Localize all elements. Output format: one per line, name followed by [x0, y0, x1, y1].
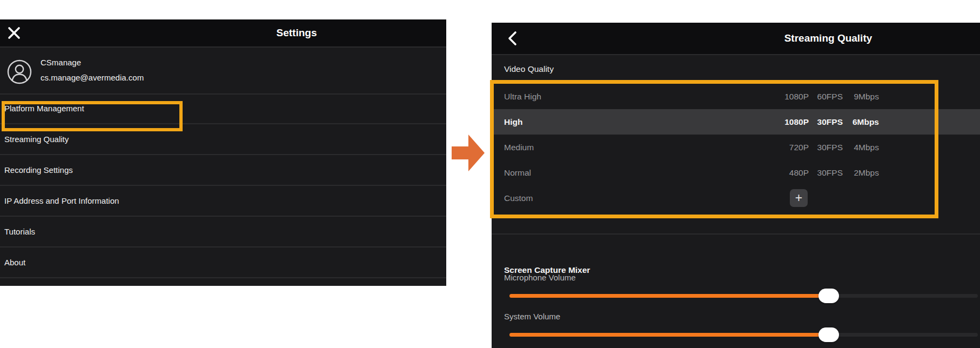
back-chevron-icon[interactable]	[507, 31, 519, 46]
quality-values: 720P 30FPS 4Mbps	[775, 135, 879, 160]
sidebar-item-streaming-quality[interactable]: Streaming Quality	[0, 124, 446, 155]
slider-thumb[interactable]	[818, 327, 839, 342]
microphone-volume-label: Microphone Volume	[504, 273, 576, 282]
sidebar-item-recording-settings[interactable]: Recording Settings	[0, 155, 446, 186]
quality-option-custom[interactable]: Custom +	[494, 185, 935, 211]
system-volume-slider[interactable]	[509, 333, 978, 337]
menu-item-label: Streaming Quality	[4, 135, 69, 144]
menu-item-label: Platform Management	[4, 104, 84, 113]
quality-values: 480P 30FPS 2Mbps	[775, 160, 879, 185]
streaming-quality-panel: Streaming Quality Video Quality Ultra Hi…	[492, 23, 980, 348]
quality-option-normal[interactable]: Normal 480P 30FPS 2Mbps	[494, 160, 935, 185]
slider-fill	[509, 294, 829, 298]
account-email: cs.manage@avermedia.com	[41, 73, 144, 82]
close-icon[interactable]	[6, 25, 22, 41]
add-custom-quality-button[interactable]: +	[790, 189, 808, 207]
menu-item-label: About	[4, 258, 25, 267]
sidebar-item-about[interactable]: About	[0, 247, 446, 278]
plus-icon: +	[795, 192, 802, 204]
slider-thumb[interactable]	[818, 289, 839, 303]
menu-item-label: Recording Settings	[4, 165, 73, 175]
quality-values: 1080P 30FPS 6Mbps	[775, 109, 879, 135]
settings-panel: Settings CSmanage cs.manage@avermedia.co…	[0, 19, 446, 286]
quality-values: 1080P 60FPS 9Mbps	[775, 84, 879, 109]
video-quality-label: Video Quality	[504, 64, 554, 74]
screenshot-root: Settings CSmanage cs.manage@avermedia.co…	[0, 0, 980, 348]
sidebar-item-ip-address-port[interactable]: IP Address and Port Information	[0, 186, 446, 217]
settings-title: Settings	[277, 19, 317, 46]
quality-option-high[interactable]: High 1080P 30FPS 6Mbps	[494, 109, 935, 135]
quality-option-ultra-high[interactable]: Ultra High 1080P 60FPS 9Mbps	[494, 84, 935, 109]
section-divider	[492, 233, 980, 235]
settings-header: Settings	[0, 19, 446, 48]
sidebar-item-tutorials[interactable]: Tutorials	[0, 217, 446, 247]
streaming-quality-title: Streaming Quality	[784, 23, 872, 54]
slider-fill	[509, 333, 829, 337]
menu-item-label: Tutorials	[4, 227, 35, 236]
quality-option-medium[interactable]: Medium 720P 30FPS 4Mbps	[494, 135, 935, 160]
account-row[interactable]: CSmanage cs.manage@avermedia.com	[0, 46, 446, 95]
microphone-volume-slider[interactable]	[509, 294, 978, 298]
system-volume-label: System Volume	[504, 312, 560, 321]
sidebar-item-platform-management[interactable]: Platform Management	[0, 93, 446, 124]
streaming-quality-header: Streaming Quality	[492, 23, 980, 55]
video-quality-section: Video Quality	[492, 54, 980, 84]
menu-item-label: IP Address and Port Information	[4, 196, 119, 205]
account-name: CSmanage	[41, 58, 81, 67]
arrow-right-icon	[452, 135, 485, 171]
avatar-icon	[7, 59, 32, 86]
